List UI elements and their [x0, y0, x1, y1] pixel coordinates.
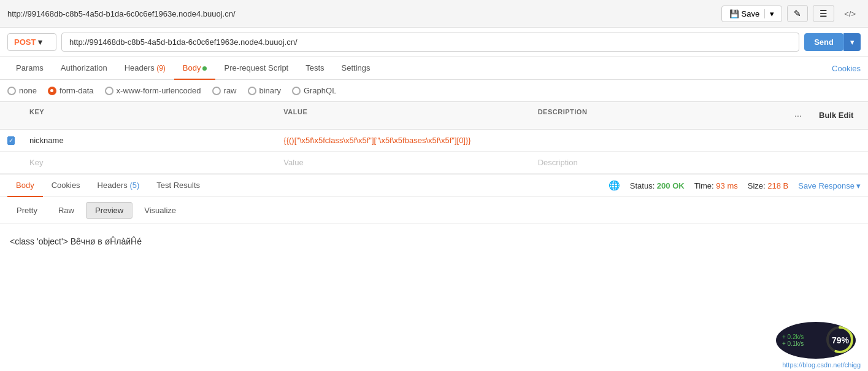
radio-raw[interactable]: raw [212, 86, 237, 95]
radio-binary-circle [248, 87, 256, 95]
response-tab-cookies[interactable]: Cookies [43, 174, 89, 197]
response-status: 🌐 Status: 200 OK Time: 93 ms Size: 218 B… [609, 180, 861, 191]
view-tab-visualize[interactable]: Visualize [135, 202, 185, 219]
top-actions: 💾 Save ▾ ✎ ☰ </> [721, 5, 861, 22]
body-dot [202, 66, 207, 71]
status-label: Status: 200 OK [630, 181, 685, 190]
th-bulk-edit: Bulk Edit [807, 106, 868, 125]
radio-none-circle [7, 87, 16, 95]
table-options-button[interactable]: ··· [792, 108, 804, 123]
save-response-chevron-icon: ▾ [856, 181, 861, 190]
code-button[interactable]: </> [839, 7, 861, 21]
empty-checkbox-cell [0, 159, 22, 166]
url-input[interactable] [61, 33, 799, 52]
save-icon: 💾 [729, 9, 739, 18]
tab-tests[interactable]: Tests [297, 57, 332, 80]
cookies-link[interactable]: Cookies [832, 64, 861, 73]
send-btn-wrapper: Send ▾ [804, 33, 861, 51]
radio-form-data-circle [48, 87, 56, 95]
th-value: VALUE [276, 106, 530, 125]
send-chevron-button[interactable]: ▾ [843, 33, 861, 51]
table-row: nickname {{()["\x5f\x5fclass\x5f\x5f"]["… [0, 130, 868, 152]
edit-button[interactable]: ✎ [787, 5, 808, 22]
radio-graphql-circle [292, 87, 301, 95]
view-tab-raw[interactable]: Raw [49, 202, 83, 219]
response-tabs-row: Body Cookies Headers (5) Test Results 🌐 … [0, 174, 868, 197]
row-dots [785, 137, 807, 144]
tab-authorization[interactable]: Authorization [52, 57, 116, 80]
view-tab-pretty[interactable]: Pretty [7, 202, 47, 219]
code-icon: </> [844, 9, 856, 18]
radio-form-data[interactable]: form-data [48, 86, 94, 95]
th-description: DESCRIPTION [531, 106, 785, 125]
table-empty-row: Key Value Description [0, 152, 868, 174]
top-url: http://991468db-c8b5-4a5d-b1da-6c0c6ef19… [7, 9, 236, 18]
th-checkbox [0, 106, 22, 125]
tab-params[interactable]: Params [7, 57, 52, 80]
empty-extra [807, 159, 868, 166]
method-select[interactable]: POST ▾ [7, 33, 56, 51]
empty-dots [785, 159, 807, 166]
table-header: KEY VALUE DESCRIPTION ··· Bulk Edit [0, 102, 868, 130]
view-tabs-row: Pretty Raw Preview Visualize [0, 197, 868, 224]
edit-icon: ✎ [794, 9, 801, 18]
response-tab-body[interactable]: Body [7, 174, 43, 197]
response-tab-headers[interactable]: Headers (5) [89, 174, 148, 197]
radio-none[interactable]: none [7, 86, 37, 95]
tab-pre-request[interactable]: Pre-request Script [215, 57, 297, 80]
empty-description[interactable]: Description [531, 154, 785, 171]
request-tabs-row: Params Authorization Headers (9) Body Pr… [0, 57, 868, 80]
comment-icon: ☰ [820, 9, 828, 18]
th-dots: ··· [785, 106, 807, 125]
row-value[interactable]: {{()["\x5f\x5fclass\x5f\x5f"]["\x5f\x5fb… [276, 132, 530, 149]
empty-key[interactable]: Key [22, 154, 276, 171]
response-body: <class 'object'> Вêчнø в øĤлàйĤé [0, 224, 868, 273]
radio-urlencoded-circle [105, 87, 113, 95]
bulk-edit-button[interactable]: Bulk Edit [814, 108, 858, 122]
radio-raw-circle [212, 87, 221, 95]
radio-graphql[interactable]: GraphQL [292, 86, 336, 95]
th-key: KEY [22, 106, 276, 125]
body-table: KEY VALUE DESCRIPTION ··· Bulk Edit nick… [0, 102, 868, 174]
empty-value[interactable]: Value [276, 154, 530, 171]
row-key[interactable]: nickname [22, 132, 276, 149]
row-checkbox-cell [0, 133, 22, 149]
view-tab-preview[interactable]: Preview [86, 202, 133, 219]
globe-icon: 🌐 [609, 180, 620, 191]
tab-headers[interactable]: Headers (9) [116, 57, 174, 80]
time-label: Time: 93 ms [694, 181, 738, 190]
tab-settings[interactable]: Settings [333, 57, 379, 80]
comment-button[interactable]: ☰ [813, 5, 834, 22]
send-button[interactable]: Send [804, 33, 843, 51]
row-description [531, 137, 785, 144]
radio-binary[interactable]: binary [248, 86, 281, 95]
response-tab-test-results[interactable]: Test Results [148, 174, 209, 197]
response-content: <class 'object'> Вêчнø в øĤлàйĤé [10, 236, 142, 246]
method-label: POST [14, 37, 36, 47]
size-label: Size: 218 B [748, 181, 789, 190]
request-row: POST ▾ Send ▾ [0, 28, 868, 57]
method-chevron-icon: ▾ [38, 37, 42, 47]
save-button[interactable]: 💾 Save ▾ [721, 6, 783, 22]
save-chevron-icon[interactable]: ▾ [764, 9, 774, 18]
row-checkbox[interactable] [7, 136, 15, 145]
row-extra [807, 137, 868, 144]
body-type-row: none form-data x-www-form-urlencoded raw… [0, 80, 868, 102]
save-response-button[interactable]: Save Response ▾ [798, 181, 861, 190]
top-bar: http://991468db-c8b5-4a5d-b1da-6c0c6ef19… [0, 0, 868, 28]
radio-urlencoded[interactable]: x-www-form-urlencoded [105, 86, 201, 95]
tab-body[interactable]: Body [174, 57, 216, 80]
